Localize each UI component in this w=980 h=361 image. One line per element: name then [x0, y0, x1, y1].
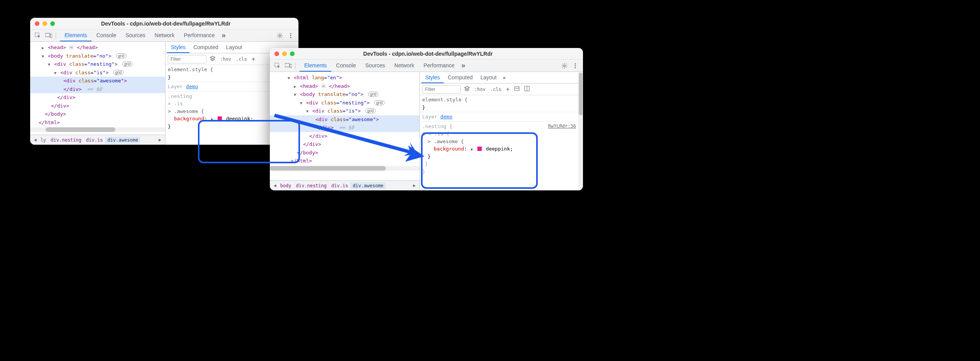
ellipsis-icon[interactable]: ⋯	[321, 84, 326, 88]
tab-performance[interactable]: Performance	[179, 29, 219, 41]
style-rule[interactable]: RwYLRdr:36 .nesting { & > .is { > .aweso…	[420, 122, 578, 176]
tab-layout[interactable]: Layout	[477, 72, 501, 83]
dom-node-close-awesome[interactable]: </div> == $0	[270, 123, 419, 132]
color-swatch-icon[interactable]	[218, 116, 222, 121]
chevron-down-icon[interactable]: ▼	[299, 100, 303, 106]
kebab-menu-icon[interactable]	[285, 30, 296, 41]
css-value[interactable]: deeppink	[486, 146, 510, 152]
more-tabs-icon[interactable]: »	[459, 62, 468, 70]
device-toolbar-icon[interactable]	[283, 60, 294, 71]
dom-node-close[interactable]: </div>	[270, 140, 419, 149]
dom-node-awesome-selected[interactable]: <div class="awesome">	[30, 77, 165, 85]
styles-content[interactable]: element.style { } Layer demo RwYLRdr:36 …	[420, 95, 578, 190]
css-property[interactable]: background	[434, 146, 464, 152]
breadcrumb-item[interactable]: div.is	[84, 137, 105, 144]
chevron-right-icon[interactable]: ▶	[41, 45, 45, 51]
expand-shorthand-icon[interactable]: ▶	[211, 117, 213, 121]
css-property[interactable]: background	[174, 116, 204, 121]
tab-sources[interactable]: Sources	[361, 60, 390, 72]
tab-elements[interactable]: Elements	[60, 29, 92, 41]
chevron-down-icon[interactable]: ▼	[41, 53, 45, 59]
breadcrumb-item[interactable]: div.nesting	[48, 137, 84, 144]
element-style-section[interactable]: element.style { }	[420, 95, 578, 112]
tab-computed[interactable]: Computed	[444, 72, 477, 83]
close-icon[interactable]	[274, 51, 279, 56]
tab-elements[interactable]: Elements	[300, 60, 331, 72]
dom-node-nesting[interactable]: ▼ <div class="nesting"> grid	[30, 60, 165, 68]
tab-computed[interactable]: Computed	[189, 42, 222, 53]
layers-icon[interactable]	[209, 56, 216, 62]
titlebar[interactable]: DevTools - cdpn.io/web-dot-dev/fullpage/…	[270, 48, 583, 60]
hov-toggle[interactable]: :hov	[219, 56, 232, 62]
dom-node-nesting[interactable]: ▼ <div class="nesting"> grid	[270, 99, 419, 107]
dom-node-close[interactable]: </body>	[30, 110, 165, 118]
more-tabs-icon[interactable]: »	[220, 31, 228, 39]
dom-node-awesome-selected[interactable]: <div class="awesome">	[270, 115, 419, 124]
tab-styles[interactable]: Styles	[167, 42, 189, 53]
breadcrumb-item-active[interactable]: div.awesome	[350, 182, 385, 189]
dom-node-is[interactable]: ▼ <div class="is"> grid	[270, 107, 419, 115]
more-sidebar-tabs-icon[interactable]: »	[501, 75, 508, 80]
css-value[interactable]: deeppink	[226, 116, 251, 121]
chevron-right-icon[interactable]: ▶	[293, 84, 297, 89]
color-swatch-icon[interactable]	[477, 147, 482, 151]
breadcrumb-next-icon[interactable]: ▶	[157, 137, 163, 142]
grid-badge[interactable]: grid	[365, 108, 376, 113]
horizontal-scrollbar[interactable]	[30, 127, 165, 132]
vertical-scrollbar[interactable]	[578, 72, 583, 190]
tab-network[interactable]: Network	[150, 29, 179, 41]
grid-badge[interactable]: grid	[122, 62, 133, 67]
dom-node-is[interactable]: ▼ <div class="is"> grid	[30, 68, 165, 77]
inspect-element-icon[interactable]	[272, 60, 283, 71]
breadcrumb-prev-icon[interactable]: ◀	[32, 137, 38, 142]
dom-node-close[interactable]: </body>	[270, 149, 419, 157]
breadcrumb-item[interactable]: ly	[38, 137, 48, 144]
minimize-icon[interactable]	[282, 51, 287, 56]
cls-toggle[interactable]: .cls	[489, 87, 503, 92]
chevron-down-icon[interactable]: ▼	[293, 92, 297, 98]
layer-link[interactable]: demo	[186, 84, 198, 89]
cls-toggle[interactable]: .cls	[235, 56, 248, 62]
dom-tree[interactable]: ▶ <head> ⋯ </head> ▼ <body translate="no…	[30, 42, 165, 135]
titlebar[interactable]: DevTools - cdpn.io/web-dot-dev/fullpage/…	[30, 18, 298, 29]
minimize-icon[interactable]	[43, 21, 47, 26]
tab-performance[interactable]: Performance	[419, 60, 459, 72]
settings-gear-icon[interactable]	[559, 60, 570, 71]
dom-node-close[interactable]: </html>	[30, 118, 165, 127]
computed-styles-sidebar-icon[interactable]	[513, 86, 521, 92]
dom-node-head[interactable]: ▶ <head> ⋯ </head>	[270, 82, 419, 91]
new-style-rule-icon[interactable]: +	[505, 86, 511, 93]
chevron-down-icon[interactable]: ▼	[53, 70, 57, 76]
close-icon[interactable]	[35, 21, 39, 26]
tab-sources[interactable]: Sources	[121, 29, 150, 41]
dom-tree[interactable]: ▼ <html lang="en"> ▶ <head> ⋯ </head> ▼ …	[270, 72, 419, 180]
expand-shorthand-icon[interactable]: ▶	[471, 147, 473, 151]
maximize-icon[interactable]	[50, 21, 55, 26]
dom-node-close[interactable]: </div>	[30, 93, 165, 102]
grid-badge[interactable]: grid	[368, 92, 378, 97]
kebab-menu-icon[interactable]	[570, 60, 581, 71]
tab-console[interactable]: Console	[331, 60, 360, 72]
hov-toggle[interactable]: :hov	[473, 87, 487, 92]
breadcrumb-prev-icon[interactable]: ◀	[272, 183, 278, 188]
dom-node-html[interactable]: ▼ <html lang="en">	[270, 74, 419, 82]
dom-node-body[interactable]: ▼ <body translate="no"> grid	[30, 52, 165, 60]
ellipsis-icon[interactable]: ⋯	[69, 45, 74, 50]
breadcrumb-item-active[interactable]: div.awesome	[105, 137, 140, 144]
dom-node-close[interactable]: </div>	[270, 132, 419, 140]
device-toolbar-icon[interactable]	[43, 30, 54, 41]
breadcrumb-item[interactable]: body	[278, 182, 294, 189]
dom-node-close[interactable]: </html>	[270, 157, 419, 165]
dom-node-close-awesome[interactable]: </div> == $0	[30, 85, 165, 94]
filter-input[interactable]	[422, 85, 461, 94]
grid-badge[interactable]: grid	[113, 70, 124, 75]
source-link[interactable]: RwYLRdr:36	[548, 123, 576, 130]
breadcrumb-item[interactable]: div.nesting	[294, 182, 329, 189]
grid-badge[interactable]: grid	[374, 100, 385, 105]
breadcrumb-item[interactable]: div.is	[329, 182, 350, 189]
layers-icon[interactable]	[463, 86, 471, 92]
grid-badge[interactable]: grid	[116, 53, 126, 58]
filter-input[interactable]	[168, 55, 206, 63]
chevron-down-icon[interactable]: ▼	[305, 108, 309, 114]
horizontal-scrollbar[interactable]	[270, 166, 419, 171]
